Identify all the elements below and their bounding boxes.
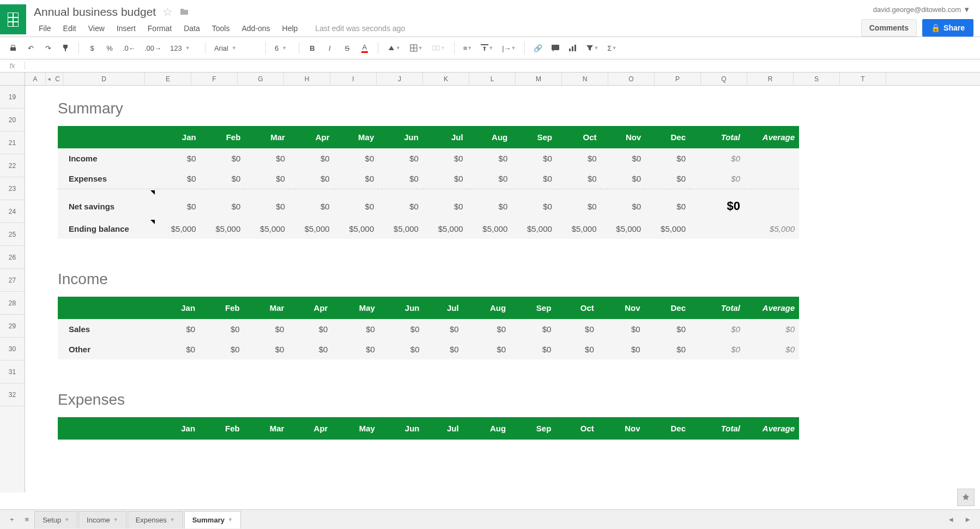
column-header-R[interactable]: R	[747, 73, 794, 85]
spreadsheet-grid: A◄CDEFGHIJKLMNOPQRST 1920212223242526272…	[0, 73, 980, 492]
comments-button[interactable]: Comments	[861, 19, 917, 37]
row-header-30[interactable]: 30	[0, 338, 25, 360]
row-headers: 1920212223242526272829303132	[0, 86, 25, 492]
insert-chart-icon[interactable]	[565, 40, 580, 56]
functions-icon[interactable]: Σ▼	[604, 40, 620, 56]
row-header-32[interactable]: 32	[0, 383, 25, 406]
row-header-21[interactable]: 21	[0, 131, 25, 154]
strikethrough-icon[interactable]: S	[340, 40, 355, 56]
row-header-29[interactable]: 29	[0, 315, 25, 338]
svg-rect-11	[481, 44, 488, 45]
column-header-P[interactable]: P	[655, 73, 701, 85]
menu-file[interactable]: File	[34, 22, 56, 35]
menu-format[interactable]: Format	[143, 22, 177, 35]
font-select[interactable]: Arial▼	[211, 42, 260, 55]
svg-rect-5	[11, 45, 15, 47]
bold-icon[interactable]: B	[305, 40, 320, 56]
svg-rect-12	[552, 45, 559, 50]
formula-input[interactable]	[25, 61, 980, 71]
section-title-expenses: Expenses	[58, 391, 980, 408]
row-header-19[interactable]: 19	[0, 86, 25, 109]
formula-bar: fx	[0, 59, 980, 73]
vertical-align-icon[interactable]: ▼	[477, 40, 497, 56]
percent-icon[interactable]: %	[102, 40, 117, 56]
user-email[interactable]: david.george@ditoweb.com▼	[870, 4, 973, 15]
insert-link-icon[interactable]: 🔗	[530, 40, 546, 56]
row-header-22[interactable]: 22	[0, 154, 25, 177]
sheets-logo[interactable]	[0, 4, 26, 34]
print-icon[interactable]	[5, 40, 21, 56]
menu-edit[interactable]: Edit	[58, 22, 81, 35]
column-header-D[interactable]: D	[63, 73, 145, 85]
menu-help[interactable]: Help	[277, 22, 303, 35]
fill-color-icon[interactable]: ▼	[384, 40, 404, 56]
row-header-28[interactable]: 28	[0, 292, 25, 315]
column-header-F[interactable]: F	[191, 73, 238, 85]
menu-view[interactable]: View	[83, 22, 110, 35]
column-header-I[interactable]: I	[330, 73, 377, 85]
redo-icon[interactable]: ↷	[40, 40, 56, 56]
menu-tools[interactable]: Tools	[207, 22, 235, 35]
chevron-down-icon: ▼	[963, 5, 970, 14]
insert-comment-icon[interactable]	[548, 40, 563, 56]
column-header-M[interactable]: M	[516, 73, 562, 85]
column-header-L[interactable]: L	[469, 73, 516, 85]
svg-rect-9	[433, 46, 435, 50]
horizontal-align-icon[interactable]: ≡▼	[460, 40, 476, 56]
document-title[interactable]: Annual business budget	[34, 5, 156, 19]
row-header-24[interactable]: 24	[0, 200, 25, 223]
svg-rect-14	[572, 46, 573, 51]
filter-icon[interactable]: ▼	[583, 40, 602, 56]
select-all-corner[interactable]	[0, 73, 25, 85]
data-table: JanFebMarAprMayJunJulAugSepOctNovDecTota…	[58, 297, 799, 359]
column-header-J[interactable]: J	[377, 73, 423, 85]
decrease-decimal-icon[interactable]: .0←	[119, 40, 139, 56]
row-header-31[interactable]: 31	[0, 360, 25, 383]
column-header-G[interactable]: G	[238, 73, 284, 85]
text-wrap-icon[interactable]: |→▼	[499, 40, 519, 56]
undo-icon[interactable]: ↶	[23, 40, 38, 56]
menu-data[interactable]: Data	[179, 22, 205, 35]
header-right: david.george@ditoweb.com▼ Comments 🔒Shar…	[861, 4, 973, 37]
borders-icon[interactable]: ▼	[406, 40, 426, 56]
cell-area[interactable]: SummaryJanFebMarAprMayJunJulAugSepOctNov…	[25, 86, 980, 492]
column-header-N[interactable]: N	[562, 73, 608, 85]
column-header-S[interactable]: S	[794, 73, 840, 85]
font-size-select[interactable]: 6▼	[271, 42, 293, 55]
italic-icon[interactable]: I	[322, 40, 337, 56]
currency-icon[interactable]: $	[84, 40, 100, 56]
title-area: Annual business budget ☆ FileEditViewIns…	[34, 4, 861, 35]
column-header-H[interactable]: H	[284, 73, 330, 85]
menu-add-ons[interactable]: Add-ons	[237, 22, 275, 35]
column-header-T[interactable]: T	[840, 73, 886, 85]
toolbar: ↶ ↷ $ % .0← .00→ 123▼ Arial▼ 6▼ B I S A …	[0, 37, 980, 59]
row-header-23[interactable]: 23	[0, 177, 25, 200]
row-header-27[interactable]: 27	[0, 269, 25, 292]
column-header-A[interactable]: A	[25, 73, 46, 85]
expand-columns-icon[interactable]: ◄	[46, 73, 52, 85]
column-header-E[interactable]: E	[145, 73, 191, 85]
column-header-O[interactable]: O	[608, 73, 655, 85]
data-table: JanFebMarAprMayJunJulAugSepOctNovDecTota…	[58, 417, 799, 440]
row-header-20[interactable]: 20	[0, 109, 25, 131]
increase-decimal-icon[interactable]: .00→	[141, 40, 165, 56]
column-header-C[interactable]: C	[52, 73, 63, 85]
star-icon[interactable]: ☆	[162, 5, 173, 19]
menu-insert[interactable]: Insert	[112, 22, 141, 35]
explore-button[interactable]	[957, 489, 975, 492]
column-header-K[interactable]: K	[423, 73, 469, 85]
column-header-Q[interactable]: Q	[701, 73, 747, 85]
number-format-select[interactable]: 123▼	[167, 42, 199, 55]
merge-cells-icon[interactable]: ▼	[428, 40, 449, 56]
row-header-25[interactable]: 25	[0, 223, 25, 246]
lock-icon: 🔒	[931, 23, 940, 32]
text-color-icon[interactable]: A	[357, 40, 372, 56]
menubar: FileEditViewInsertFormatDataToolsAdd-ons…	[34, 22, 861, 35]
section-title-summary: Summary	[58, 100, 980, 117]
share-button[interactable]: 🔒Share	[922, 19, 973, 37]
svg-rect-4	[10, 47, 16, 51]
paint-format-icon[interactable]	[58, 40, 73, 56]
svg-rect-10	[437, 46, 439, 50]
row-header-26[interactable]: 26	[0, 246, 25, 269]
folder-icon[interactable]	[179, 5, 189, 19]
